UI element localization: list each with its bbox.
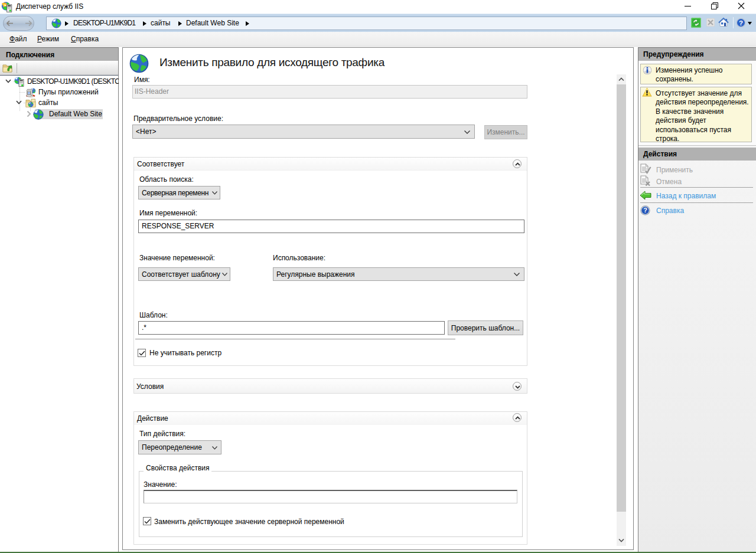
- svg-text:?: ?: [739, 19, 743, 27]
- svg-text:?: ?: [643, 207, 647, 214]
